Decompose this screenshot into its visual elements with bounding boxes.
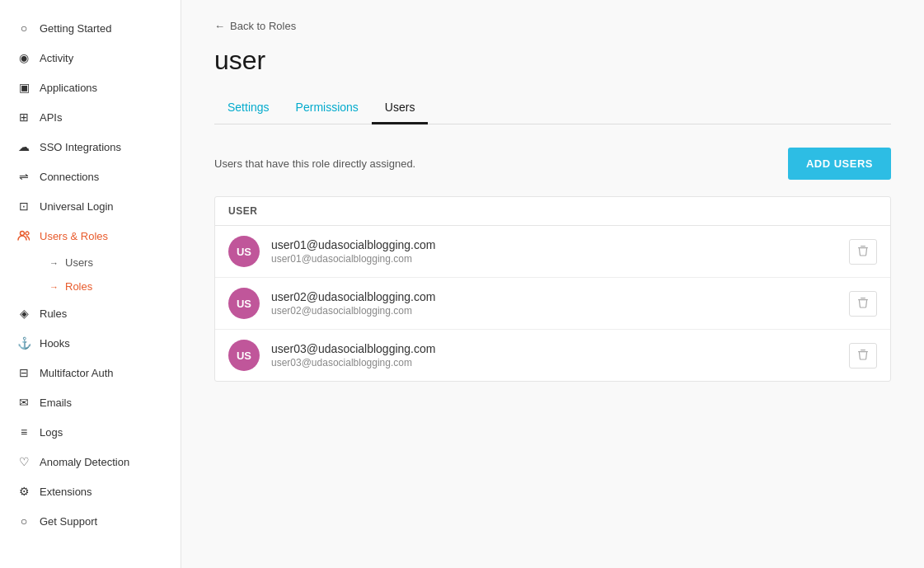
sidebar-label: Logs — [40, 426, 63, 439]
sidebar-label: Connections — [40, 171, 99, 183]
svg-rect-3 — [861, 246, 865, 246]
multifactor-icon: ⊟ — [16, 365, 31, 380]
user-email-secondary: user03@udasocialblogging.com — [271, 357, 837, 368]
avatar: US — [228, 236, 260, 267]
logs-icon: ≡ — [16, 425, 31, 439]
user-info: user03@udasocialblogging.com user03@udas… — [271, 342, 837, 368]
sidebar-label: Emails — [40, 397, 72, 409]
user-rows-container: US user01@udasocialblogging.com user01@u… — [215, 226, 890, 381]
trash-icon — [857, 298, 869, 311]
getting-started-icon: ○ — [16, 21, 31, 35]
sidebar-item-activity[interactable]: ◉ Activity — [0, 43, 181, 73]
table-header-user: User — [215, 197, 890, 226]
tab-bar: Settings Permissions Users — [214, 92, 891, 124]
user-email-primary: user02@udasocialblogging.com — [271, 290, 837, 303]
sidebar-item-sso[interactable]: ☁ SSO Integrations — [0, 132, 181, 162]
svg-rect-7 — [861, 350, 865, 350]
user-email-secondary: user02@udasocialblogging.com — [271, 305, 837, 317]
sidebar-label: Get Support — [40, 515, 97, 528]
back-arrow-icon: ← — [214, 20, 225, 32]
universal-login-icon: ⊡ — [16, 199, 31, 214]
anomaly-icon: ♡ — [16, 454, 31, 469]
sidebar-item-logs[interactable]: ≡ Logs — [0, 417, 181, 447]
tab-users[interactable]: Users — [372, 92, 429, 124]
sub-item-label: Roles — [65, 280, 92, 293]
delete-user-button[interactable] — [849, 291, 877, 317]
sidebar-label: APIs — [40, 111, 62, 124]
main-content: ← Back to Roles user Settings Permission… — [181, 0, 924, 568]
sidebar-label: Hooks — [40, 337, 70, 350]
table-row: US user03@udasocialblogging.com user03@u… — [215, 330, 890, 381]
sidebar-item-universal-login[interactable]: ⊡ Universal Login — [0, 191, 181, 221]
delete-user-button[interactable] — [849, 343, 877, 368]
sidebar-item-support[interactable]: ○ Get Support — [0, 506, 181, 536]
trash-icon — [857, 350, 869, 363]
sidebar-label: Users & Roles — [40, 230, 108, 242]
user-info: user02@udasocialblogging.com user02@udas… — [271, 290, 837, 317]
activity-icon: ◉ — [16, 50, 31, 65]
sidebar-item-multifactor[interactable]: ⊟ Multifactor Auth — [0, 358, 181, 387]
users-header: Users that have this role directly assig… — [214, 148, 891, 180]
arrow-right-icon: → — [49, 258, 59, 268]
users-roles-icon — [16, 228, 31, 243]
sidebar-label: Getting Started — [40, 22, 111, 35]
sidebar-item-rules[interactable]: ◈ Rules — [0, 298, 181, 328]
user-email-primary: user01@udasocialblogging.com — [271, 238, 837, 251]
trash-icon — [857, 246, 869, 259]
apis-icon: ⊞ — [16, 110, 31, 124]
sidebar-label: Universal Login — [40, 200, 114, 213]
table-row: US user01@udasocialblogging.com user01@u… — [215, 226, 890, 278]
user-email-secondary: user01@udasocialblogging.com — [271, 253, 837, 265]
hooks-icon: ⚓ — [16, 336, 31, 350]
sidebar-label: Applications — [40, 82, 97, 94]
avatar: US — [228, 288, 260, 319]
sidebar-label: SSO Integrations — [40, 141, 121, 153]
page-title: user — [214, 45, 891, 76]
sidebar-item-users-roles[interactable]: Users & Roles — [0, 221, 181, 251]
sidebar-label: Extensions — [40, 486, 92, 498]
tab-settings[interactable]: Settings — [214, 92, 283, 124]
add-users-button[interactable]: ADD USERS — [788, 148, 891, 180]
sidebar-item-connections[interactable]: ⇌ Connections — [0, 162, 181, 191]
sidebar-sub-users-roles: → Users → Roles — [0, 251, 181, 298]
users-table: User US user01@udasocialblogging.com use… — [214, 196, 891, 382]
emails-icon: ✉ — [16, 395, 31, 410]
back-link-text: Back to Roles — [230, 20, 296, 32]
sub-item-label: Users — [65, 256, 93, 269]
sidebar-item-getting-started[interactable]: ○ Getting Started — [0, 13, 181, 43]
sidebar-item-extensions[interactable]: ⚙ Extensions — [0, 476, 181, 506]
sidebar-label: Rules — [40, 307, 67, 320]
users-description: Users that have this role directly assig… — [214, 157, 415, 170]
sidebar-sub-item-users[interactable]: → Users — [40, 251, 181, 275]
sidebar-item-anomaly[interactable]: ♡ Anomaly Detection — [0, 447, 181, 476]
connections-icon: ⇌ — [16, 169, 31, 184]
arrow-right-active-icon: → — [49, 282, 59, 292]
applications-icon: ▣ — [16, 80, 31, 95]
svg-point-1 — [26, 232, 29, 235]
sidebar-label: Multifactor Auth — [40, 367, 114, 379]
support-icon: ○ — [16, 514, 31, 528]
back-to-roles-link[interactable]: ← Back to Roles — [214, 20, 891, 32]
delete-user-button[interactable] — [849, 239, 877, 265]
sidebar-item-hooks[interactable]: ⚓ Hooks — [0, 328, 181, 358]
tab-permissions[interactable]: Permissions — [283, 92, 372, 124]
sidebar-label: Activity — [40, 52, 73, 64]
sidebar-item-emails[interactable]: ✉ Emails — [0, 387, 181, 417]
svg-point-0 — [21, 232, 25, 236]
sidebar-label: Anomaly Detection — [40, 456, 129, 468]
sidebar-sub-item-roles[interactable]: → Roles — [40, 275, 181, 298]
sso-icon: ☁ — [16, 139, 31, 154]
sidebar-item-applications[interactable]: ▣ Applications — [0, 73, 181, 102]
user-email-primary: user03@udasocialblogging.com — [271, 342, 837, 355]
sidebar: ○ Getting Started ◉ Activity ▣ Applicati… — [0, 0, 181, 568]
avatar: US — [228, 340, 260, 371]
extensions-icon: ⚙ — [16, 484, 31, 499]
rules-icon: ◈ — [16, 306, 31, 321]
sidebar-item-apis[interactable]: ⊞ APIs — [0, 102, 181, 132]
table-row: US user02@udasocialblogging.com user02@u… — [215, 278, 890, 330]
user-info: user01@udasocialblogging.com user01@udas… — [271, 238, 837, 265]
svg-rect-5 — [861, 298, 865, 298]
